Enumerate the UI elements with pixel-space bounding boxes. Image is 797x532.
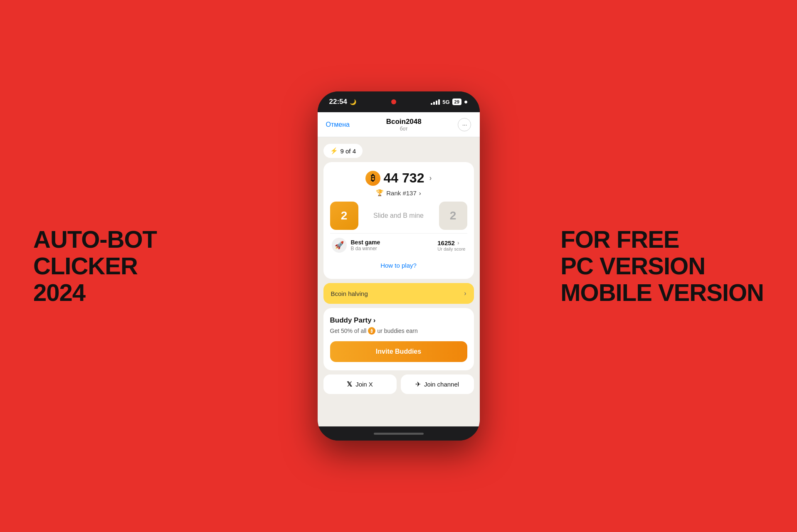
- rank-arrow: ›: [419, 190, 421, 197]
- status-right: 5G 29 ●: [431, 98, 468, 106]
- buddy-title: Buddy Party ›: [330, 316, 467, 325]
- halving-text: Bcoin halving: [331, 290, 368, 297]
- join-x-label: Join X: [355, 381, 373, 388]
- app-content: ⚡ 9 of 4 ₿ 44 732 › 🏆 Rank #137 › 2 Slid…: [318, 137, 480, 426]
- home-indicator: [318, 426, 480, 441]
- halving-arrow: ›: [464, 290, 466, 297]
- score-arrow: ›: [457, 239, 459, 246]
- best-game-row[interactable]: 🚀 Best game B da winner 16252 › Ur daily…: [330, 233, 467, 257]
- rocket-icon: 🚀: [332, 238, 347, 253]
- notification-dot: [391, 99, 396, 104]
- telegram-icon: ✈: [415, 380, 421, 388]
- best-game-score: 16252 › Ur daily score: [437, 239, 465, 251]
- bitcoin-icon: ₿: [365, 171, 380, 186]
- bottom-buttons: 𝕏 Join X ✈ Join channel: [323, 374, 474, 394]
- slide-text: Slide and B mine: [363, 212, 435, 219]
- balance-arrow: ›: [429, 174, 432, 182]
- join-x-button[interactable]: 𝕏 Join X: [323, 374, 397, 394]
- more-button[interactable]: ···: [458, 118, 471, 131]
- battery-dot: ●: [464, 98, 468, 106]
- rank-text: Rank #137: [386, 190, 417, 197]
- best-game-text: Best game B da winner: [351, 239, 434, 251]
- buddy-desc: Get 50% of all ₿ ur buddies earn: [330, 327, 467, 335]
- trophy-icon: 🏆: [376, 189, 384, 197]
- header-center: Bcoin2048 бот: [386, 118, 422, 132]
- left-promo-text: AUTO-BOT CLICKER 2024: [33, 226, 157, 305]
- join-channel-label: Join channel: [424, 381, 459, 388]
- how-to-play-link[interactable]: How to play?: [330, 260, 467, 271]
- step-icon: ⚡: [330, 147, 338, 155]
- app-header: Отмена Bcoin2048 бот ···: [318, 112, 480, 137]
- app-title: Bcoin2048: [386, 118, 422, 126]
- coin-balance[interactable]: ₿ 44 732 ›: [365, 170, 432, 186]
- main-card: ₿ 44 732 › 🏆 Rank #137 › 2 Slide and B m…: [323, 162, 474, 279]
- left-line1: AUTO-BOT: [33, 226, 157, 253]
- battery-badge: 29: [452, 99, 461, 105]
- score-value: 16252: [437, 239, 455, 246]
- cancel-button[interactable]: Отмена: [326, 121, 350, 128]
- status-bar: 22:54 5G 29 ●: [318, 91, 480, 112]
- signal-icon: [431, 99, 440, 105]
- left-line2: CLICKER: [33, 253, 157, 279]
- left-line3: 2024: [33, 279, 157, 306]
- inline-coin-icon: ₿: [368, 327, 375, 335]
- tile-right: 2: [439, 202, 467, 230]
- right-line1: FOR FREE: [560, 226, 764, 253]
- right-line2: PC VERSION: [560, 253, 764, 279]
- step-badge: ⚡ 9 of 4: [323, 144, 363, 158]
- right-line3: MOBILE VERSION: [560, 279, 764, 306]
- score-label: Ur daily score: [437, 246, 465, 251]
- phone-mockup: 22:54 5G 29 ● Отмена Bcoin2048 бот ···: [318, 91, 480, 441]
- step-text: 9 of 4: [341, 148, 356, 155]
- balance-value: 44 732: [384, 170, 424, 186]
- app-subtitle: бот: [386, 126, 422, 132]
- game-area: 2 Slide and B mine 2: [330, 202, 467, 230]
- join-channel-button[interactable]: ✈ Join channel: [401, 374, 474, 394]
- home-bar: [374, 433, 424, 435]
- right-promo-text: FOR FREE PC VERSION MOBILE VERSION: [560, 226, 764, 305]
- network-type: 5G: [442, 99, 449, 105]
- buddy-card: Buddy Party › Get 50% of all ₿ ur buddie…: [323, 308, 474, 370]
- halving-banner[interactable]: Bcoin halving ›: [323, 283, 474, 304]
- buddy-arrow[interactable]: ›: [373, 316, 376, 325]
- best-game-sub: B da winner: [351, 246, 434, 251]
- status-time: 22:54: [329, 98, 356, 106]
- rank-row[interactable]: 🏆 Rank #137 ›: [376, 189, 421, 197]
- best-game-title: Best game: [351, 239, 434, 246]
- invite-buddies-button[interactable]: Invite Buddies: [330, 341, 467, 362]
- moon-icon: [350, 98, 356, 106]
- tile-left[interactable]: 2: [330, 202, 358, 230]
- x-icon: 𝕏: [347, 380, 352, 388]
